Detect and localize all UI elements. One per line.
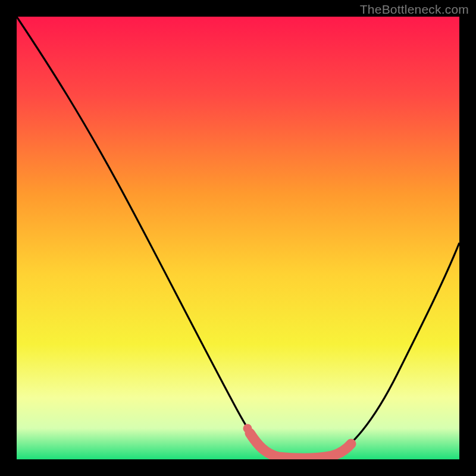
highlight-dot-1: [243, 424, 252, 433]
chart-frame: TheBottleneck.com: [0, 0, 476, 476]
watermark: TheBottleneck.com: [360, 2, 469, 17]
gradient-background: [17, 17, 459, 459]
highlight-dot-2: [249, 435, 258, 444]
bottleneck-plot: [17, 17, 459, 459]
